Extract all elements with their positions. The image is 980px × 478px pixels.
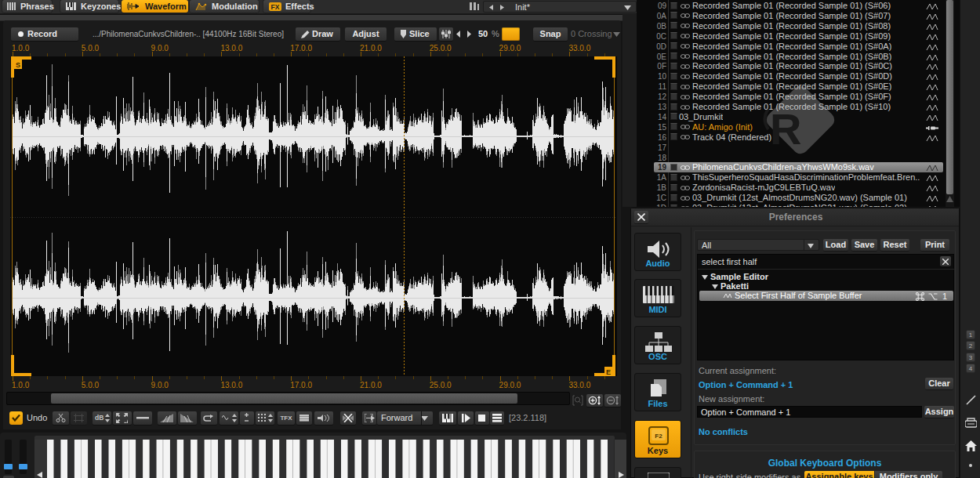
svg-text:13.0.0: 13.0.0 [220, 44, 242, 53]
svg-text:9.0.0: 9.0.0 [151, 44, 169, 53]
svg-text:29.0.0: 29.0.0 [499, 44, 521, 53]
svg-text:5.0.0: 5.0.0 [82, 44, 100, 53]
svg-text:E: E [606, 368, 611, 376]
svg-text:33.0.0: 33.0.0 [568, 44, 590, 53]
svg-text:FX: FX [271, 3, 280, 11]
svg-text:13.0.0: 13.0.0 [220, 381, 242, 389]
svg-text:9.0.0: 9.0.0 [151, 381, 169, 389]
svg-text:17.0.0: 17.0.0 [290, 381, 312, 389]
svg-text:1.0.0: 1.0.0 [12, 381, 30, 389]
svg-text:25.0.0: 25.0.0 [430, 381, 452, 389]
svg-text:5.0.0: 5.0.0 [82, 381, 100, 389]
svg-text:F2: F2 [655, 433, 662, 440]
svg-text:21.0.0: 21.0.0 [360, 381, 382, 389]
svg-text:25.0.0: 25.0.0 [430, 44, 452, 53]
svg-text:29.0.0: 29.0.0 [499, 381, 521, 389]
svg-text:21.0.0: 21.0.0 [360, 44, 382, 53]
svg-text:1.0.0: 1.0.0 [12, 44, 30, 53]
svg-text:17.0.0: 17.0.0 [290, 44, 312, 53]
svg-text:S: S [16, 61, 20, 69]
svg-text:33.0.0: 33.0.0 [568, 381, 590, 389]
